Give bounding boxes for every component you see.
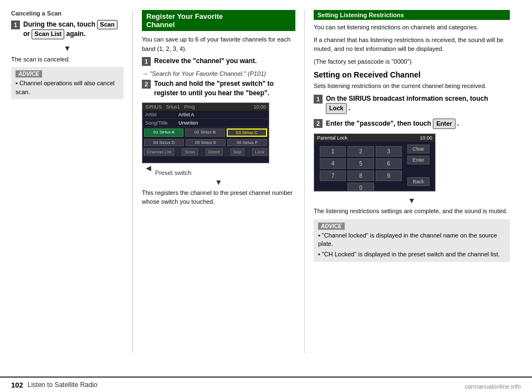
right-step1-num: 1 (314, 95, 323, 104)
parental-title: Parental Lock (317, 135, 347, 141)
arrow-down-2: ▼ (142, 178, 295, 187)
step1-before: During the scan, touch (23, 20, 97, 28)
mid-step1-num: 1 (142, 57, 151, 66)
enter-btn[interactable]: Enter (433, 118, 455, 129)
preset-row: 01 Sirius A 02 Sirius B 03 Sirius C (142, 127, 269, 138)
right-step2-block: 2 Enter the "passcode", then touch Enter… (314, 118, 510, 129)
key-7[interactable]: 7 (320, 171, 346, 181)
mid-step1-block: 1 Receive the "channel" you want. (142, 56, 295, 66)
right-step2-before: Enter the "passcode", then touch (326, 120, 433, 127)
btn-skip[interactable]: Skip (231, 148, 245, 156)
page-number: 102 (11, 381, 23, 389)
sirius-screen: SIRIUS Srius1 Prog 10:00 Artist Artist A… (142, 102, 269, 163)
reg-result-text: This registers the channel to the preset… (142, 188, 295, 207)
key-4[interactable]: 4 (320, 158, 346, 169)
artist-label: Artist (145, 112, 178, 117)
right-step2-num: 2 (314, 119, 323, 128)
parental-screen: Parental Lock 10:00 1 2 3 4 5 6 7 8 (314, 133, 436, 192)
after-text: The listening restrictions settings are … (314, 207, 510, 216)
song-val: Unwriten (178, 120, 198, 126)
right-advice-label: ADVICE (318, 223, 345, 230)
preset-5[interactable]: 05 Sirius E (186, 139, 226, 146)
right-step2-strong: Enter the "passcode", then touch Enter . (326, 120, 459, 127)
right-advice-line1: • "Channel locked" is displayed in the c… (318, 231, 505, 249)
right-step2-text: Enter the "passcode", then touch Enter . (326, 118, 459, 129)
advice-box: ADVICE • Channel operations will also ca… (11, 67, 124, 99)
right-body3: (The factory set passcode is "0000") (314, 57, 510, 66)
mid-step1-text: Receive the "channel" you want. (154, 56, 257, 66)
scan-list-btn[interactable]: Scan List (32, 29, 64, 39)
cancelled-text: The scan is canceled. (11, 55, 124, 64)
parental-time: 10:00 (420, 135, 432, 141)
right-advice-line2: • "CH Locked" is displayed in the preset… (318, 250, 505, 259)
key-6[interactable]: 6 (376, 158, 402, 169)
btn-direct[interactable]: Direct (206, 148, 223, 156)
clear-btn[interactable]: Clear (407, 145, 429, 153)
step1-mid: or (23, 30, 32, 38)
right-column: Setting Listening Restrictions You can s… (305, 10, 510, 353)
topbar-left: SIRIUS Srius1 Prog (145, 104, 195, 110)
left-column: Canceling a Scan 1 During the scan, touc… (11, 10, 133, 353)
preset-6[interactable]: 06 Sirius F (227, 139, 267, 146)
key-0[interactable]: 0 (347, 183, 374, 192)
key-blank1 (320, 183, 346, 192)
reg-header-line2: Channel (146, 20, 175, 29)
step-1-num: 1 (11, 20, 20, 29)
key-1[interactable]: 1 (320, 146, 346, 157)
preset-3[interactable]: 03 Sirius C (227, 128, 267, 137)
preset-2[interactable]: 02 Sirius B (185, 128, 224, 137)
right-advice-box: ADVICE • "Channel locked" is displayed i… (314, 219, 510, 262)
footer-bar: 102 Listen to Satellite Radio carmanualo… (0, 376, 532, 392)
lock-btn[interactable]: Lock (326, 103, 347, 114)
advice-label: ADVICE (16, 70, 42, 78)
key-5[interactable]: 5 (347, 158, 374, 169)
right-step1-block: 1 On the SIRIUS broadcast information sc… (314, 94, 510, 114)
preset-4[interactable]: 04 Sirius D (144, 139, 184, 146)
subsection1-title: Setting on Received Channel (314, 70, 510, 79)
key-2[interactable]: 2 (347, 146, 374, 157)
enter-action-btn[interactable]: Enter (407, 156, 429, 164)
advice-text: • Channel operations will also cancel sc… (16, 79, 119, 96)
screen-bottom-bar: Channel List Scan Direct Skip Lock (142, 147, 269, 157)
setting-header: Setting Listening Restrictions (314, 10, 510, 20)
watermark: carmanualonline.info (464, 383, 521, 390)
scan-btn[interactable]: Scan (97, 20, 117, 29)
key-blank2 (376, 183, 402, 192)
footer-title: Listen to Satellite Radio (28, 381, 98, 389)
arrow-down-3: ▼ (314, 196, 510, 205)
artist-val: Artist A (178, 112, 195, 117)
mid-step2-num: 2 (142, 80, 151, 89)
right-body1: You can set listening restrictions on ch… (314, 23, 510, 32)
reg-header-line1: Register Your Favorite (146, 12, 223, 20)
right-step2-after: . (457, 120, 459, 127)
right-step1-after: . (349, 104, 350, 112)
reg-body: You can save up to 6 of your favorite ch… (142, 35, 295, 53)
right-step1-strong: On the SIRIUS broadcast information scre… (326, 95, 488, 112)
reg-header: Register Your Favorite Channel (142, 10, 295, 31)
preset-label: Preset switch (155, 169, 191, 176)
right-step1-text: On the SIRIUS broadcast information scre… (326, 94, 510, 114)
key-8[interactable]: 8 (347, 171, 374, 181)
mid-step1-strong: Receive the "channel" you want. (154, 57, 257, 65)
middle-column: Register Your Favorite Channel You can s… (133, 10, 305, 353)
arrow-down-1: ▼ (11, 44, 124, 53)
back-btn[interactable]: Back (407, 177, 429, 186)
mid-step2-text: Touch and hold the "preset switch" to re… (154, 79, 295, 98)
btn-scan[interactable]: Scan (182, 148, 197, 156)
key-9[interactable]: 9 (376, 171, 402, 181)
btn-channel-list[interactable]: Channel List (144, 148, 174, 156)
key-3[interactable]: 3 (376, 146, 402, 157)
preset-1[interactable]: 01 Sirius A (144, 128, 183, 137)
preset-row-2: 04 Sirius D 05 Sirius E 06 Sirius F (142, 138, 269, 147)
mid-step2-block: 2 Touch and hold the "preset switch" to … (142, 79, 295, 98)
canceling-scan-title: Canceling a Scan (11, 10, 124, 17)
screen-row-artist: Artist Artist A (142, 111, 269, 119)
btn-lock[interactable]: Lock (252, 148, 267, 156)
parental-keypad: 1 2 3 4 5 6 7 8 9 0 (317, 144, 405, 192)
italic-note: → "Search for Your Favorite Channel." (P… (142, 70, 295, 77)
page: Canceling a Scan 1 During the scan, touc… (0, 0, 532, 392)
right-step1-before: On the SIRIUS broadcast information scre… (326, 95, 488, 102)
subsection1-body: Sets listening restrictions on the curre… (314, 81, 510, 91)
step1-after: again. (66, 30, 86, 38)
mid-step2-strong: Touch and hold the "preset switch" to re… (154, 80, 274, 97)
